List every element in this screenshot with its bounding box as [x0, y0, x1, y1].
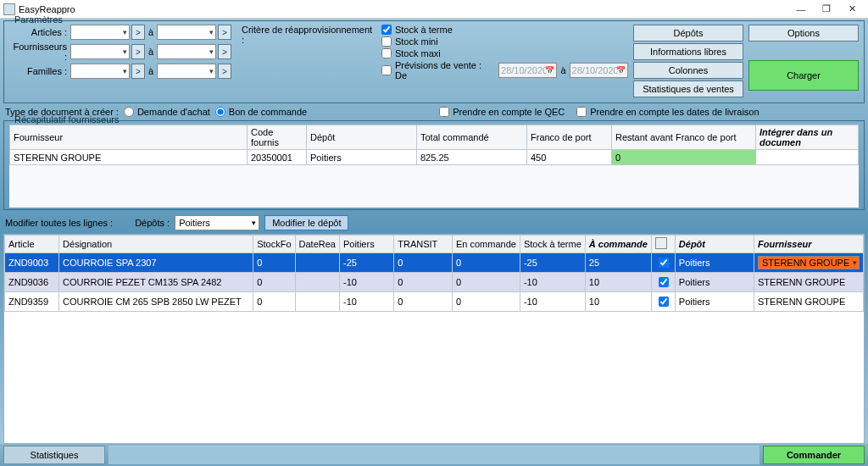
recap-label: Récapitulatif fournisseurs — [11, 114, 123, 125]
modline-row: Modifier toutes les lignes : Dépôts : Po… — [0, 212, 868, 234]
maximize-button[interactable]: ❐ — [814, 3, 839, 14]
gh-encommande[interactable]: En commande — [452, 236, 520, 253]
grid-row[interactable]: ZND9036COURROIE PEZET CM135 SPA 24820-10… — [5, 273, 864, 292]
familles-to-btn[interactable]: > — [218, 64, 231, 79]
row-checkbox[interactable] — [659, 258, 669, 268]
gh-stockfo[interactable]: StockFo — [253, 236, 295, 253]
recap-h-total[interactable]: Total commandé — [417, 125, 527, 150]
row-checkbox[interactable] — [659, 277, 669, 287]
recap-row[interactable]: STERENN GROUPE 20350001 Poitiers 825.25 … — [10, 150, 859, 165]
fournisseurs-to-btn[interactable]: > — [218, 44, 231, 59]
app-icon — [3, 3, 15, 15]
options-button[interactable]: Options — [748, 25, 859, 42]
bon-commande-radio[interactable]: Bon de commande — [215, 107, 307, 117]
stats-ventes-button[interactable]: Statistiques de ventes — [633, 80, 743, 97]
recap-h-restant[interactable]: Restant avant Franco de port — [612, 125, 756, 150]
recap-h-depot[interactable]: Dépôt — [307, 125, 417, 150]
dates-livraison-check[interactable]: Prendre en compte les dates de livraison — [576, 107, 759, 117]
stock-maxi-check[interactable]: Stock maxi — [381, 48, 628, 58]
recap-table: Fournisseur Code fournis Dépôt Total com… — [9, 125, 859, 165]
qec-check[interactable]: Prendre en compte le QEC — [439, 107, 565, 117]
colonnes-button[interactable]: Colonnes — [633, 62, 743, 79]
gh-stockaterme[interactable]: Stock à terme — [520, 236, 585, 253]
familles-from-combo[interactable] — [70, 64, 130, 79]
grid-row[interactable]: ZND9003COURROIE SPA 23070-2500-2525Poiti… — [5, 253, 864, 273]
gh-poitiers[interactable]: Poitiers — [339, 236, 393, 253]
recap-h-integrer[interactable]: Intégrer dans un documen — [756, 125, 859, 150]
charger-button[interactable]: Charger — [748, 60, 859, 91]
a-sep-3: à — [147, 66, 155, 76]
gh-designation[interactable]: Désignation — [59, 236, 253, 253]
commander-button[interactable]: Commander — [763, 446, 865, 464]
fournisseur-combo[interactable]: STERENN GROUPE — [758, 256, 860, 269]
window-title: EasyReappro — [19, 4, 788, 14]
title-bar: EasyReappro — ❐ ✕ — [0, 0, 868, 19]
recap-h-code[interactable]: Code fournis — [248, 125, 307, 150]
gh-fournisseur[interactable]: Fournisseur — [754, 236, 864, 253]
column-selector-icon[interactable] — [655, 237, 667, 249]
familles-from-btn[interactable]: > — [131, 64, 145, 79]
date-to-input[interactable]: 28/10/2020 — [570, 63, 628, 78]
row-checkbox[interactable] — [659, 297, 669, 307]
recap-h-franco[interactable]: Franco de port — [527, 125, 612, 150]
gh-daterea[interactable]: DateRea — [295, 236, 339, 253]
familles-label: Familles : — [9, 66, 69, 76]
articles-to-btn[interactable]: > — [218, 25, 231, 40]
a-sep-1: à — [147, 27, 155, 37]
gh-acommander[interactable]: À commande — [585, 236, 651, 253]
parametres-group: Paramètres Articles : > à > Fournisseurs… — [3, 20, 865, 103]
stock-mini-check[interactable]: Stock mini — [381, 36, 628, 47]
articles-from-btn[interactable]: > — [131, 25, 145, 40]
filters-grid: Articles : > à > Fournisseurs : > à > Fa… — [9, 25, 231, 79]
parametres-label: Paramètres — [11, 14, 66, 25]
fournisseurs-to-combo[interactable] — [157, 44, 216, 59]
fournisseurs-label: Fournisseurs : — [9, 42, 69, 62]
fournisseurs-from-btn[interactable]: > — [131, 44, 145, 59]
infos-libres-button[interactable]: Informations libres — [633, 43, 743, 60]
modline-depots-label: Dépôts : — [135, 218, 170, 228]
stock-a-terme-check[interactable]: Stock à terme — [381, 25, 628, 35]
recap-h-fournisseur[interactable]: Fournisseur — [10, 125, 248, 150]
gh-article[interactable]: Article — [5, 236, 59, 253]
modline-depot-select[interactable]: Poitiers — [175, 215, 259, 230]
gh-transit[interactable]: TRANSIT — [394, 236, 453, 253]
grid-row[interactable]: ZND9359COURROIE CM 265 SPB 2850 LW PEZET… — [5, 292, 864, 312]
previsions-check[interactable]: Prévisions de vente : De 28/10/2020 à 28… — [381, 60, 628, 80]
articles-to-combo[interactable] — [157, 25, 216, 40]
gh-colsel[interactable] — [651, 236, 675, 253]
familles-to-combo[interactable] — [157, 64, 216, 79]
close-button[interactable]: ✕ — [839, 3, 865, 14]
main-grid: Article Désignation StockFo DateRea Poit… — [3, 234, 865, 444]
articles-from-combo[interactable] — [70, 25, 130, 40]
demande-achat-radio[interactable]: Demande d'achat — [124, 107, 210, 117]
depots-button[interactable]: Dépôts — [633, 25, 743, 42]
statistiques-button[interactable]: Statistiques — [3, 446, 105, 464]
footer: Statistiques Commander — [0, 444, 868, 466]
minimize-button[interactable]: — — [788, 4, 814, 14]
footer-spacer — [108, 446, 760, 464]
a-sep-2: à — [147, 47, 155, 57]
recap-empty-area — [9, 165, 859, 208]
side-buttons: Dépôts Informations libres Colonnes Stat… — [633, 25, 743, 97]
recap-group: Récapitulatif fournisseurs Fournisseur C… — [3, 120, 865, 210]
criteria-panel: Critère de réapprovisionnement : Stock à… — [236, 25, 628, 80]
articles-label: Articles : — [9, 27, 69, 37]
gh-depot[interactable]: Dépôt — [675, 236, 754, 253]
right-column: Options Charger — [748, 25, 859, 91]
modline-label: Modifier toutes les lignes : — [5, 218, 113, 228]
modifier-depot-button[interactable]: Modifier le dépôt — [264, 215, 348, 230]
date-from-input[interactable]: 28/10/2020 — [498, 63, 557, 78]
fournisseurs-from-combo[interactable] — [70, 44, 130, 59]
criteria-label: Critère de réapprovisionnement : — [242, 25, 376, 79]
doctype-row: Type de document à créer : Demande d'ach… — [0, 105, 868, 119]
